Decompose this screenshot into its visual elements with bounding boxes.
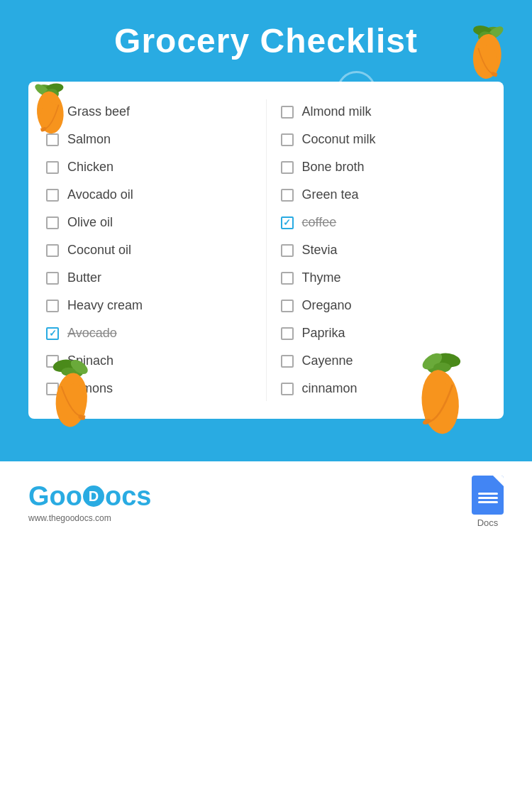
item-label: coffee — [302, 215, 337, 230]
checklist-item[interactable]: Butter — [43, 265, 255, 290]
checklist-item[interactable]: coffee — [277, 210, 490, 235]
item-label: Olive oil — [67, 215, 113, 230]
brand-name-text: Goo — [28, 481, 82, 512]
item-label: Stevia — [302, 243, 338, 258]
item-label: Almond milk — [302, 104, 372, 119]
checkbox[interactable] — [281, 244, 294, 257]
footer: Goo D ocs www.thegoodocs.com Docs — [0, 461, 532, 542]
checkbox[interactable] — [281, 272, 294, 285]
checkbox[interactable] — [46, 189, 59, 202]
checklist-item[interactable]: Coconut oil — [43, 238, 255, 263]
item-label: Butter — [67, 270, 101, 285]
checklist-item[interactable]: Chicken — [43, 155, 255, 180]
brand-url: www.thegoodocs.com — [28, 513, 151, 523]
docs-file-icon — [472, 476, 504, 515]
checkbox[interactable] — [281, 189, 294, 202]
checkbox[interactable] — [46, 244, 59, 257]
docs-label: Docs — [477, 517, 499, 528]
carrot-decoration-top-right — [454, 21, 518, 85]
checklist-item[interactable]: Paprika — [277, 321, 490, 346]
item-label: Oregano — [302, 298, 352, 313]
docs-line — [478, 497, 498, 499]
checklist-item[interactable]: Olive oil — [43, 210, 255, 235]
checkbox[interactable] — [281, 355, 294, 368]
item-label: Paprika — [302, 326, 345, 341]
item-label: Green tea — [302, 187, 359, 202]
docs-icon-lines — [478, 493, 498, 503]
checklist-item[interactable]: Green tea — [277, 182, 490, 207]
item-label: Chicken — [67, 160, 113, 175]
checklist-item[interactable]: Avocado — [43, 321, 255, 346]
brand-name-suffix: ocs — [105, 481, 151, 512]
blue-section: Grocery Checklist Grass beefSalmonChicke… — [0, 0, 532, 461]
item-label: cinnamon — [302, 381, 358, 396]
checkbox[interactable] — [281, 300, 294, 312]
checkbox[interactable] — [281, 327, 294, 340]
page-title: Grocery Checklist — [28, 21, 504, 60]
checkbox[interactable] — [46, 272, 59, 285]
item-label: Heavy cream — [67, 298, 143, 313]
brand-section: Goo D ocs www.thegoodocs.com — [28, 481, 151, 523]
item-label: Coconut milk — [302, 132, 376, 147]
carrot-decoration-top-left — [21, 78, 82, 138]
checklist-item[interactable]: Bone broth — [277, 155, 490, 180]
item-label: Avocado oil — [67, 187, 133, 202]
checkbox[interactable] — [46, 327, 59, 340]
item-label: Thyme — [302, 270, 341, 285]
checkbox[interactable] — [281, 106, 294, 119]
checkbox[interactable] — [281, 216, 294, 229]
checklist-item[interactable]: Almond milk — [277, 99, 490, 124]
checklist-item[interactable]: Oregano — [277, 293, 490, 318]
main-container: Grocery Checklist Grass beefSalmonChicke… — [0, 0, 532, 542]
item-label: Coconut oil — [67, 243, 131, 258]
checkbox[interactable] — [281, 383, 294, 395]
checkbox[interactable] — [46, 161, 59, 174]
docs-icon-section: Docs — [472, 476, 504, 528]
checklist-item[interactable]: Stevia — [277, 238, 490, 263]
brand-logo-icon: D — [83, 485, 104, 507]
item-label: Cayenne — [302, 353, 353, 368]
carrot-decoration-bottom-right — [397, 348, 489, 440]
item-label: Bone broth — [302, 160, 365, 175]
docs-line — [478, 493, 498, 495]
checkbox[interactable] — [281, 161, 294, 174]
checklist-item[interactable]: Coconut milk — [277, 127, 490, 152]
checkbox[interactable] — [46, 300, 59, 312]
carrot-decoration-bottom-left — [35, 355, 113, 433]
docs-line — [478, 501, 498, 503]
checklist-item[interactable]: Heavy cream — [43, 293, 255, 318]
checkbox[interactable] — [46, 216, 59, 229]
checkbox[interactable] — [281, 133, 294, 146]
checklist-item[interactable]: Avocado oil — [43, 182, 255, 207]
checklist-item[interactable]: Thyme — [277, 265, 490, 290]
item-label: Avocado — [67, 326, 117, 341]
